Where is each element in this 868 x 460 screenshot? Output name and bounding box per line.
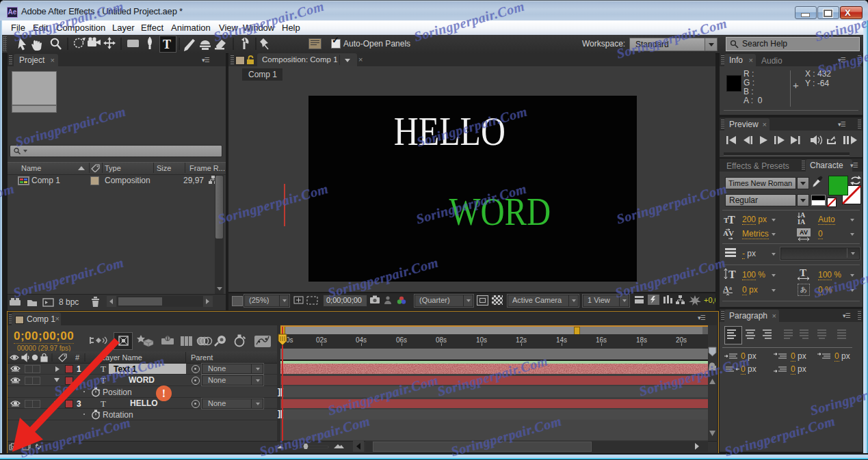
svg-text:a: a xyxy=(729,284,732,291)
svg-text:T: T xyxy=(163,38,171,51)
svg-text:T: T xyxy=(728,214,735,225)
svg-text:T: T xyxy=(800,268,806,278)
svg-text:A: A xyxy=(723,284,729,294)
svg-text:A: A xyxy=(800,218,806,226)
svg-text:A: A xyxy=(723,229,728,237)
svg-text:T: T xyxy=(728,269,736,280)
